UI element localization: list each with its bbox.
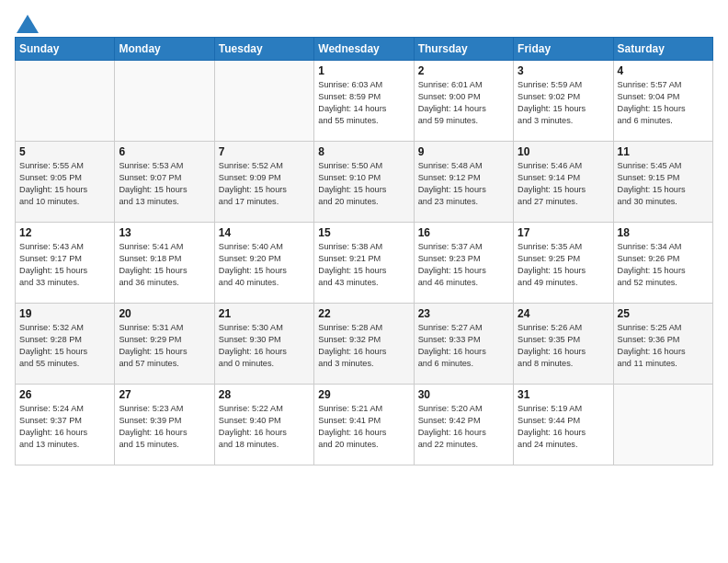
calendar-week-row: 26Sunrise: 5:24 AM Sunset: 9:37 PM Dayli… bbox=[16, 385, 713, 465]
calendar-week-row: 5Sunrise: 5:55 AM Sunset: 9:05 PM Daylig… bbox=[16, 142, 713, 223]
day-number: 16 bbox=[418, 226, 509, 239]
day-info: Sunrise: 5:38 AM Sunset: 9:21 PM Dayligh… bbox=[318, 241, 409, 289]
day-number: 10 bbox=[518, 145, 609, 158]
day-number: 29 bbox=[318, 388, 409, 401]
day-number: 7 bbox=[219, 145, 310, 158]
day-info: Sunrise: 5:24 AM Sunset: 9:37 PM Dayligh… bbox=[19, 403, 110, 451]
day-info: Sunrise: 5:26 AM Sunset: 9:35 PM Dayligh… bbox=[518, 322, 609, 370]
day-info: Sunrise: 6:03 AM Sunset: 8:59 PM Dayligh… bbox=[318, 79, 409, 127]
calendar-cell: 20Sunrise: 5:31 AM Sunset: 9:29 PM Dayli… bbox=[115, 304, 214, 385]
day-number: 19 bbox=[19, 307, 110, 320]
day-info: Sunrise: 5:43 AM Sunset: 9:17 PM Dayligh… bbox=[19, 241, 110, 289]
day-number: 30 bbox=[418, 388, 509, 401]
day-info: Sunrise: 5:40 AM Sunset: 9:20 PM Dayligh… bbox=[219, 241, 310, 289]
day-info: Sunrise: 5:35 AM Sunset: 9:25 PM Dayligh… bbox=[518, 241, 609, 289]
day-number: 31 bbox=[518, 388, 609, 401]
day-number: 1 bbox=[318, 64, 409, 77]
weekday-header: Thursday bbox=[414, 38, 513, 61]
day-number: 3 bbox=[518, 64, 609, 77]
weekday-header: Saturday bbox=[613, 38, 712, 61]
calendar-cell: 21Sunrise: 5:30 AM Sunset: 9:30 PM Dayli… bbox=[214, 304, 313, 385]
calendar-week-row: 1Sunrise: 6:03 AM Sunset: 8:59 PM Daylig… bbox=[16, 61, 713, 142]
calendar-cell: 13Sunrise: 5:41 AM Sunset: 9:18 PM Dayli… bbox=[115, 223, 214, 304]
day-info: Sunrise: 5:19 AM Sunset: 9:44 PM Dayligh… bbox=[518, 403, 609, 451]
day-info: Sunrise: 5:30 AM Sunset: 9:30 PM Dayligh… bbox=[219, 322, 310, 370]
calendar-cell bbox=[214, 61, 313, 142]
calendar-cell: 22Sunrise: 5:28 AM Sunset: 9:32 PM Dayli… bbox=[314, 304, 414, 385]
day-info: Sunrise: 5:37 AM Sunset: 9:23 PM Dayligh… bbox=[418, 241, 509, 289]
day-info: Sunrise: 5:48 AM Sunset: 9:12 PM Dayligh… bbox=[418, 160, 509, 208]
day-number: 2 bbox=[418, 64, 509, 77]
day-info: Sunrise: 5:59 AM Sunset: 9:02 PM Dayligh… bbox=[518, 79, 609, 127]
calendar-cell: 7Sunrise: 5:52 AM Sunset: 9:09 PM Daylig… bbox=[214, 142, 313, 223]
calendar-cell: 14Sunrise: 5:40 AM Sunset: 9:20 PM Dayli… bbox=[214, 223, 313, 304]
day-number: 24 bbox=[518, 307, 609, 320]
day-info: Sunrise: 5:23 AM Sunset: 9:39 PM Dayligh… bbox=[119, 403, 210, 451]
calendar-cell: 24Sunrise: 5:26 AM Sunset: 9:35 PM Dayli… bbox=[514, 304, 613, 385]
day-info: Sunrise: 5:28 AM Sunset: 9:32 PM Dayligh… bbox=[318, 322, 409, 370]
weekday-header: Tuesday bbox=[214, 38, 313, 61]
day-number: 23 bbox=[418, 307, 509, 320]
calendar-cell: 15Sunrise: 5:38 AM Sunset: 9:21 PM Dayli… bbox=[314, 223, 414, 304]
calendar-cell: 1Sunrise: 6:03 AM Sunset: 8:59 PM Daylig… bbox=[314, 61, 414, 142]
day-info: Sunrise: 5:57 AM Sunset: 9:04 PM Dayligh… bbox=[618, 79, 709, 127]
calendar-cell: 18Sunrise: 5:34 AM Sunset: 9:26 PM Dayli… bbox=[613, 223, 712, 304]
calendar-cell: 5Sunrise: 5:55 AM Sunset: 9:05 PM Daylig… bbox=[16, 142, 115, 223]
calendar-cell bbox=[613, 385, 712, 465]
day-info: Sunrise: 5:22 AM Sunset: 9:40 PM Dayligh… bbox=[219, 403, 310, 451]
day-info: Sunrise: 5:55 AM Sunset: 9:05 PM Dayligh… bbox=[19, 160, 110, 208]
day-number: 17 bbox=[518, 226, 609, 239]
page: SundayMondayTuesdayWednesdayThursdayFrid… bbox=[0, 0, 728, 475]
calendar-week-row: 19Sunrise: 5:32 AM Sunset: 9:28 PM Dayli… bbox=[16, 304, 713, 385]
calendar-cell: 3Sunrise: 5:59 AM Sunset: 9:02 PM Daylig… bbox=[514, 61, 613, 142]
calendar-cell: 8Sunrise: 5:50 AM Sunset: 9:10 PM Daylig… bbox=[314, 142, 414, 223]
calendar-cell: 10Sunrise: 5:46 AM Sunset: 9:14 PM Dayli… bbox=[514, 142, 613, 223]
day-info: Sunrise: 5:53 AM Sunset: 9:07 PM Dayligh… bbox=[119, 160, 210, 208]
calendar-cell: 16Sunrise: 5:37 AM Sunset: 9:23 PM Dayli… bbox=[414, 223, 513, 304]
calendar-cell: 11Sunrise: 5:45 AM Sunset: 9:15 PM Dayli… bbox=[613, 142, 712, 223]
day-number: 4 bbox=[618, 64, 709, 77]
day-info: Sunrise: 5:31 AM Sunset: 9:29 PM Dayligh… bbox=[119, 322, 210, 370]
svg-marker-0 bbox=[17, 15, 39, 33]
day-number: 21 bbox=[219, 307, 310, 320]
day-number: 14 bbox=[219, 226, 310, 239]
day-number: 27 bbox=[119, 388, 210, 401]
calendar-cell: 12Sunrise: 5:43 AM Sunset: 9:17 PM Dayli… bbox=[16, 223, 115, 304]
calendar-cell: 23Sunrise: 5:27 AM Sunset: 9:33 PM Dayli… bbox=[414, 304, 513, 385]
day-info: Sunrise: 5:46 AM Sunset: 9:14 PM Dayligh… bbox=[518, 160, 609, 208]
day-info: Sunrise: 5:25 AM Sunset: 9:36 PM Dayligh… bbox=[618, 322, 709, 370]
calendar-cell: 25Sunrise: 5:25 AM Sunset: 9:36 PM Dayli… bbox=[613, 304, 712, 385]
day-number: 22 bbox=[318, 307, 409, 320]
calendar-table: SundayMondayTuesdayWednesdayThursdayFrid… bbox=[15, 37, 713, 465]
calendar-cell: 29Sunrise: 5:21 AM Sunset: 9:41 PM Dayli… bbox=[314, 385, 414, 465]
calendar-cell: 26Sunrise: 5:24 AM Sunset: 9:37 PM Dayli… bbox=[16, 385, 115, 465]
day-number: 12 bbox=[19, 226, 110, 239]
day-number: 11 bbox=[618, 145, 709, 158]
day-number: 6 bbox=[119, 145, 210, 158]
calendar-cell: 9Sunrise: 5:48 AM Sunset: 9:12 PM Daylig… bbox=[414, 142, 513, 223]
day-number: 13 bbox=[119, 226, 210, 239]
day-info: Sunrise: 5:32 AM Sunset: 9:28 PM Dayligh… bbox=[19, 322, 110, 370]
day-number: 8 bbox=[318, 145, 409, 158]
calendar-cell: 27Sunrise: 5:23 AM Sunset: 9:39 PM Dayli… bbox=[115, 385, 214, 465]
day-info: Sunrise: 5:45 AM Sunset: 9:15 PM Dayligh… bbox=[618, 160, 709, 208]
calendar-cell bbox=[16, 61, 115, 142]
logo-icon bbox=[17, 15, 39, 33]
calendar-cell: 31Sunrise: 5:19 AM Sunset: 9:44 PM Dayli… bbox=[514, 385, 613, 465]
day-info: Sunrise: 5:21 AM Sunset: 9:41 PM Dayligh… bbox=[318, 403, 409, 451]
day-number: 15 bbox=[318, 226, 409, 239]
calendar-cell: 28Sunrise: 5:22 AM Sunset: 9:40 PM Dayli… bbox=[214, 385, 313, 465]
calendar-cell bbox=[115, 61, 214, 142]
calendar-cell: 4Sunrise: 5:57 AM Sunset: 9:04 PM Daylig… bbox=[613, 61, 712, 142]
weekday-header: Monday bbox=[115, 38, 214, 61]
day-info: Sunrise: 5:52 AM Sunset: 9:09 PM Dayligh… bbox=[219, 160, 310, 208]
day-info: Sunrise: 5:34 AM Sunset: 9:26 PM Dayligh… bbox=[618, 241, 709, 289]
day-info: Sunrise: 5:50 AM Sunset: 9:10 PM Dayligh… bbox=[318, 160, 409, 208]
calendar-cell: 2Sunrise: 6:01 AM Sunset: 9:00 PM Daylig… bbox=[414, 61, 513, 142]
calendar-week-row: 12Sunrise: 5:43 AM Sunset: 9:17 PM Dayli… bbox=[16, 223, 713, 304]
day-number: 25 bbox=[618, 307, 709, 320]
weekday-header: Friday bbox=[514, 38, 613, 61]
calendar-cell: 30Sunrise: 5:20 AM Sunset: 9:42 PM Dayli… bbox=[414, 385, 513, 465]
day-info: Sunrise: 5:27 AM Sunset: 9:33 PM Dayligh… bbox=[418, 322, 509, 370]
day-info: Sunrise: 5:20 AM Sunset: 9:42 PM Dayligh… bbox=[418, 403, 509, 451]
